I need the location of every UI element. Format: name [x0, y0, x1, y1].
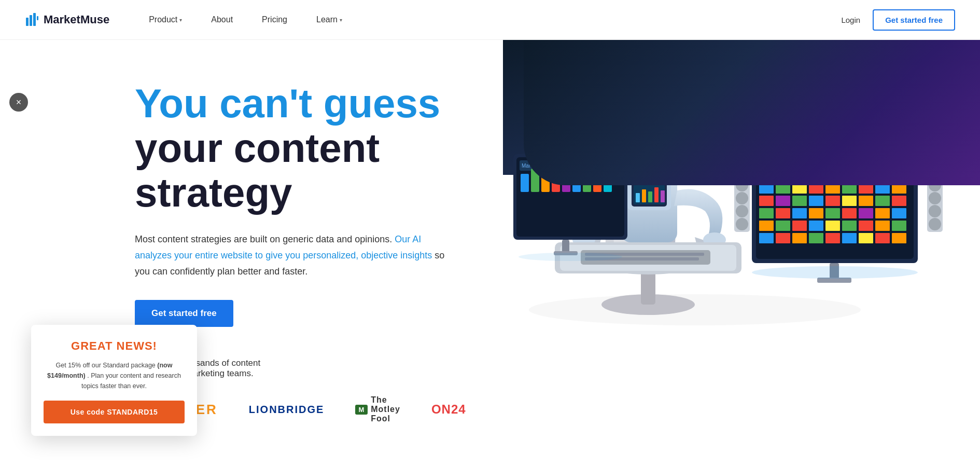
svg-rect-134	[825, 233, 840, 243]
svg-rect-32	[654, 187, 659, 202]
svg-rect-118	[859, 208, 873, 218]
svg-rect-31	[648, 191, 652, 202]
svg-rect-133	[809, 233, 823, 243]
svg-rect-104	[776, 196, 790, 206]
nav-pricing-label: Pricing	[262, 15, 287, 24]
svg-rect-0	[26, 18, 29, 26]
svg-rect-121	[759, 221, 774, 231]
svg-rect-126	[842, 221, 857, 231]
svg-rect-108	[842, 196, 857, 206]
hero-heading: You can't guess your content strategy	[135, 81, 466, 215]
svg-rect-63	[562, 240, 569, 253]
svg-rect-29	[636, 193, 640, 202]
popup-body: Get 15% off our Standard package (now $1…	[44, 360, 185, 391]
nav-item-learn[interactable]: Learn ▾	[302, 0, 357, 40]
nav-item-pricing[interactable]: Pricing	[247, 0, 302, 40]
svg-rect-110	[875, 196, 890, 206]
logo-icon	[25, 12, 39, 27]
nav-right: Login Get started free	[841, 9, 955, 31]
nav-learn-label: Learn	[316, 15, 338, 24]
svg-rect-115	[809, 208, 823, 218]
svg-rect-1	[30, 15, 32, 26]
svg-rect-106	[809, 196, 823, 206]
hero-cta-button[interactable]: Get started free	[135, 300, 233, 327]
svg-rect-130	[759, 233, 774, 243]
svg-rect-124	[809, 221, 823, 231]
svg-rect-122	[776, 221, 790, 231]
promo-popup: GREAT NEWS! Get 15% off our Standard pac…	[31, 325, 197, 436]
svg-rect-116	[825, 208, 840, 218]
svg-rect-109	[859, 196, 873, 206]
popup-body-line1: Get 15% off our Standard package	[56, 362, 156, 369]
svg-rect-117	[842, 208, 857, 218]
hero-background-dark	[524, 40, 980, 185]
svg-rect-114	[792, 208, 807, 218]
hero-heading-line2: your content	[135, 126, 466, 171]
svg-rect-2	[33, 13, 36, 26]
brand-lionbridge-logo: LIONBRIDGE	[249, 404, 325, 416]
svg-rect-112	[759, 208, 774, 218]
popup-body-line2: . Plan your content and research topics …	[81, 372, 181, 390]
svg-rect-33	[661, 190, 665, 202]
svg-rect-103	[759, 196, 774, 206]
svg-rect-113	[776, 208, 790, 218]
get-started-nav-button[interactable]: Get started free	[873, 9, 955, 31]
svg-rect-3	[37, 16, 38, 20]
svg-rect-132	[792, 233, 807, 243]
svg-rect-137	[875, 233, 890, 243]
svg-rect-131	[776, 233, 790, 243]
svg-rect-120	[892, 208, 906, 218]
brand-on24-logo: ON24	[431, 402, 466, 417]
svg-rect-119	[875, 208, 890, 218]
svg-rect-54	[521, 174, 529, 192]
svg-rect-128	[875, 221, 890, 231]
login-button[interactable]: Login	[841, 16, 860, 24]
popup-code-button[interactable]: Use code STANDARD15	[44, 401, 185, 423]
svg-rect-138	[892, 233, 906, 243]
svg-point-153	[752, 266, 918, 279]
svg-point-150	[929, 192, 941, 204]
svg-point-146	[736, 218, 748, 230]
chevron-down-icon-learn: ▾	[340, 17, 342, 23]
svg-rect-111	[892, 196, 906, 206]
svg-point-21	[529, 294, 861, 325]
hero-heading-line1: You can't guess	[135, 81, 466, 126]
navbar: MarketMuse Product ▾ About Pricing Learn…	[0, 0, 980, 40]
svg-rect-136	[859, 233, 873, 243]
chevron-down-icon: ▾	[179, 17, 182, 23]
svg-rect-127	[859, 221, 873, 231]
svg-rect-107	[825, 196, 840, 206]
svg-rect-30	[642, 189, 646, 202]
svg-point-154	[519, 253, 622, 261]
svg-point-152	[929, 218, 941, 230]
nav-links: Product ▾ About Pricing Learn ▾	[134, 0, 841, 40]
nav-item-product[interactable]: Product ▾	[134, 0, 197, 40]
svg-point-145	[736, 205, 748, 217]
logo-text: MarketMuse	[44, 13, 109, 26]
popup-title: GREAT NEWS!	[44, 339, 185, 353]
close-popup-button[interactable]: ×	[9, 93, 28, 112]
hero-description: Most content strategies are built on gen…	[135, 231, 446, 279]
hero-heading-line3: strategy	[135, 171, 466, 215]
description-plain: Most content strategies are built on gen…	[135, 234, 392, 244]
svg-rect-105	[792, 196, 807, 206]
logo-link[interactable]: MarketMuse	[25, 12, 109, 27]
nav-about-label: About	[211, 15, 233, 24]
nav-product-label: Product	[149, 15, 177, 24]
svg-rect-135	[842, 233, 857, 243]
svg-rect-125	[825, 221, 840, 231]
svg-point-151	[929, 205, 941, 217]
svg-rect-123	[792, 221, 807, 231]
svg-rect-129	[892, 221, 906, 231]
svg-point-144	[736, 192, 748, 204]
nav-item-about[interactable]: About	[197, 0, 247, 40]
brand-motleyfool-logo: M The Motley Fool	[355, 395, 400, 423]
